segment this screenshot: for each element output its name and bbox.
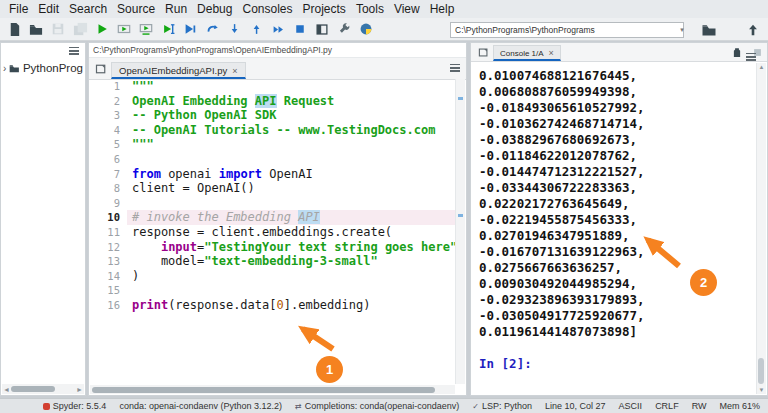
status-spyder: Spyder: 5.5.4: [43, 401, 107, 411]
code-token: """: [132, 79, 154, 93]
debug-step-into-icon[interactable]: [223, 20, 245, 38]
occurrence-flag: [458, 214, 463, 217]
code-token: # invoke the Embedding: [132, 210, 298, 224]
code-text: -- OpenAI Tutorials -- www.TestingDocs.c…: [127, 123, 456, 138]
console-tab[interactable]: Console 1/A ×: [493, 45, 561, 61]
code-token: response = client.embeddings.create(: [132, 225, 392, 239]
spyder-window: FileEditSearchSourceRunDebugConsolesProj…: [0, 0, 768, 413]
scroll-right-icon[interactable]: ►: [75, 386, 84, 393]
run-cell-advance-icon[interactable]: [135, 20, 157, 38]
browse-tabs-icon[interactable]: [475, 45, 491, 60]
line-number: 5: [90, 137, 127, 152]
working-directory-dropdown-icon[interactable]: ▾: [676, 22, 688, 38]
occurrence-flag: [458, 97, 463, 100]
menu-edit[interactable]: Edit: [33, 1, 64, 17]
annotation-badge-1: 1: [316, 356, 343, 383]
menu-run[interactable]: Run: [160, 1, 192, 17]
preferences-icon[interactable]: [333, 20, 355, 38]
menu-help[interactable]: Help: [425, 1, 460, 17]
scroll-up-icon[interactable]: ▲: [757, 64, 766, 70]
code-token: OpenAI Embedding: [132, 94, 255, 108]
console-prompt[interactable]: In [2]:: [479, 356, 757, 372]
tab-close-icon[interactable]: ×: [549, 48, 554, 58]
project-tree-item[interactable]: › PythonProg: [1, 58, 85, 78]
new-file-icon[interactable]: [3, 20, 25, 38]
project-horizontal-scrollbar[interactable]: ◄ ►: [2, 384, 84, 394]
debug-file-icon[interactable]: [179, 20, 201, 38]
console-output-line: -0.029323896393179893,: [479, 292, 757, 308]
console-options-menu-icon[interactable]: [746, 53, 756, 61]
scroll-down-icon[interactable]: ▼: [757, 387, 766, 393]
main-toolbar: C:\PythonPrograms\PythonPrograms ▾: [0, 18, 768, 41]
browse-working-directory-icon[interactable]: [698, 21, 720, 39]
project-options-menu-icon[interactable]: [69, 47, 79, 55]
menu-consoles[interactable]: Consoles: [237, 1, 297, 17]
console-output-line: 0.0275667663636257,: [479, 260, 757, 276]
debug-run-line-icon[interactable]: [201, 20, 223, 38]
save-all-icon[interactable]: [69, 20, 91, 38]
code-token: input: [161, 240, 197, 254]
console-output-line: -0.016707131639122963,: [479, 244, 757, 260]
menu-tools[interactable]: Tools: [351, 1, 389, 17]
folder-icon: [9, 63, 20, 74]
code-line: 3-- Python OpenAI SDK: [90, 108, 456, 123]
menu-source[interactable]: Source: [112, 1, 160, 17]
debug-continue-icon[interactable]: [267, 20, 289, 38]
scroll-thumb[interactable]: [758, 358, 764, 384]
debug-step-return-icon[interactable]: [245, 20, 267, 38]
editor-tab[interactable]: OpenAIEmbeddingAPI.py ×: [111, 62, 246, 79]
menu-debug[interactable]: Debug: [192, 1, 237, 17]
scroll-thumb[interactable]: [11, 386, 55, 392]
status-ascii: ASCII: [619, 401, 643, 411]
scroll-left-icon[interactable]: ◄: [2, 386, 11, 393]
code-line: 1""": [90, 79, 456, 94]
code-token: print: [132, 298, 168, 312]
line-number: 3: [90, 108, 127, 123]
code-token: -- OpenAI Tutorials -- www.TestingDocs.c…: [132, 123, 435, 137]
file-path-text: C:\PythonPrograms\PythonPrograms\OpenAIE…: [93, 45, 332, 55]
python-path-manager-icon[interactable]: [355, 20, 377, 38]
console-vertical-scrollbar[interactable]: ▲ ▼: [756, 63, 766, 394]
editor-options-menu-icon[interactable]: [450, 64, 460, 72]
code-token: ): [132, 269, 139, 283]
tab-close-icon[interactable]: ×: [232, 66, 237, 76]
code-line: 15: [90, 283, 456, 298]
menu-projects[interactable]: Projects: [298, 1, 351, 17]
open-file-icon[interactable]: [25, 20, 47, 38]
line-number: 13: [90, 254, 127, 269]
run-cell-icon[interactable]: [113, 20, 135, 38]
code-token: from: [132, 167, 161, 181]
project-pane-header: [1, 43, 85, 58]
interrupt-kernel-icon[interactable]: [732, 47, 742, 58]
menu-bar: FileEditSearchSourceRunDebugConsolesProj…: [0, 0, 768, 18]
code-editor[interactable]: 1"""2OpenAI Embedding API Request3-- Pyt…: [90, 79, 456, 384]
console-output-line: 0.02701946347951889,: [479, 228, 757, 244]
code-text: OpenAI Embedding API Request: [127, 94, 456, 109]
console-output-line: -0.03344306722283363,: [479, 180, 757, 196]
breadcrumb: C:\PythonPrograms\PythonPrograms\OpenAIE…: [89, 43, 466, 58]
parent-directory-icon[interactable]: [742, 21, 764, 39]
stop-execution-icon[interactable]: [289, 20, 311, 38]
run-file-icon[interactable]: [91, 20, 113, 38]
scroll-thumb[interactable]: [92, 387, 435, 393]
code-text: ): [127, 269, 456, 284]
menu-file[interactable]: File: [4, 1, 33, 17]
menu-search[interactable]: Search: [64, 1, 112, 17]
editor-pane: C:\PythonPrograms\PythonPrograms\OpenAIE…: [88, 42, 467, 396]
console-output[interactable]: 0.010074688121676445,0.00680887605994939…: [472, 65, 757, 394]
code-token: [132, 240, 161, 254]
menu-view[interactable]: View: [389, 1, 425, 17]
save-file-icon[interactable]: [47, 20, 69, 38]
expand-arrow-icon[interactable]: ›: [3, 63, 6, 74]
code-token: "text-embedding-3-small": [204, 254, 377, 268]
working-directory-combobox[interactable]: C:\PythonPrograms\PythonPrograms: [450, 22, 684, 38]
code-text: -- Python OpenAI SDK: [127, 108, 456, 123]
run-selection-icon[interactable]: [157, 20, 179, 38]
code-token: """: [132, 137, 154, 151]
maximize-pane-icon[interactable]: [311, 20, 333, 38]
code-text: [127, 152, 456, 167]
code-line: 6: [90, 152, 456, 167]
browse-tabs-icon[interactable]: [93, 61, 109, 76]
editor-vertical-scrollbar[interactable]: [455, 79, 465, 384]
editor-horizontal-scrollbar[interactable]: [90, 385, 455, 394]
